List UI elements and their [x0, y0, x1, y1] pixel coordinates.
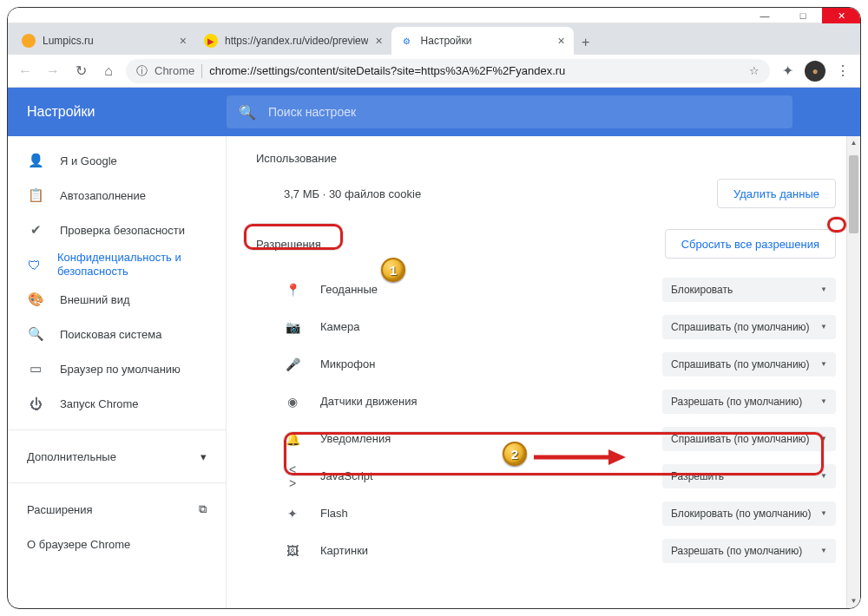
sidebar-item-search-engine[interactable]: 🔍Поисковая система: [8, 317, 226, 351]
permission-value: Блокировать: [671, 284, 733, 296]
permission-select[interactable]: Разрешать (по умолчанию)▼: [662, 539, 836, 563]
settings-sidebar: 👤Я и Google 📋Автозаполнение ✔Проверка бе…: [8, 136, 227, 608]
sidebar-item-label: Поисковая система: [60, 328, 162, 341]
permission-value: Разрешить: [671, 470, 724, 482]
scrollbar-thumb[interactable]: [849, 155, 858, 233]
address-bar: ← → ↻ ⌂ ⓘ Chrome chrome://settings/conte…: [8, 55, 860, 88]
chevron-down-icon: ▾: [201, 450, 207, 463]
favicon-icon: ▶: [204, 34, 218, 48]
settings-search-input[interactable]: [268, 105, 780, 119]
close-icon[interactable]: ×: [557, 34, 564, 48]
permission-row: 📷КамераСпрашивать (по умолчанию)▼: [256, 308, 836, 345]
kebab-menu-icon[interactable]: ⋮: [832, 62, 853, 79]
permission-select[interactable]: Спрашивать (по умолчанию)▼: [662, 352, 836, 377]
permission-icon: 📍: [284, 283, 301, 297]
permission-select[interactable]: Блокировать (по умолчанию)▼: [662, 501, 836, 526]
permission-select[interactable]: Спрашивать (по умолчанию)▼: [662, 315, 836, 339]
sidebar-item-extensions[interactable]: Расширения⧉: [8, 492, 226, 527]
window-maximize-button[interactable]: □: [784, 8, 822, 23]
divider: [8, 482, 226, 483]
sidebar-item-appearance[interactable]: 🎨Внешний вид: [8, 282, 226, 317]
permission-select[interactable]: Спрашивать (по умолчанию)▼: [662, 427, 836, 451]
permission-label: Камера: [320, 320, 359, 333]
permission-row: 📍ГеоданныеБлокировать▼: [256, 271, 836, 308]
tab-settings[interactable]: ⚙ Настройки ×: [391, 27, 574, 55]
sidebar-item-on-startup[interactable]: ⏻Запуск Chrome: [8, 386, 226, 421]
settings-header: Настройки 🔍: [8, 88, 860, 136]
permission-label: Датчики движения: [320, 395, 417, 408]
permission-icon: 🎤: [284, 357, 301, 371]
extensions-icon[interactable]: ✦: [777, 62, 798, 79]
sidebar-item-advanced[interactable]: Дополнительные▾: [8, 439, 226, 474]
reset-permissions-button[interactable]: Сбросить все разрешения: [665, 229, 836, 259]
palette-icon: 🎨: [27, 292, 44, 307]
sidebar-item-about[interactable]: О браузере Chrome: [8, 527, 226, 561]
site-info-icon[interactable]: ⓘ: [136, 63, 148, 79]
scroll-up-icon[interactable]: ▲: [847, 136, 860, 150]
permission-label: JavaScript: [320, 469, 373, 482]
tab-strip: Lumpics.ru × ▶ https://yandex.ru/video/p…: [8, 23, 860, 55]
bookmark-star-icon[interactable]: ☆: [749, 64, 760, 77]
forward-button[interactable]: →: [43, 63, 63, 79]
profile-avatar[interactable]: ●: [805, 61, 825, 82]
highlight-annotation: [244, 224, 343, 250]
permission-select[interactable]: Разрешать (по умолчанию)▼: [662, 390, 836, 414]
settings-search-box[interactable]: 🔍: [227, 95, 792, 128]
new-tab-button[interactable]: +: [574, 30, 598, 55]
permission-icon: ✦: [284, 507, 301, 521]
sidebar-item-label: Автозаполнение: [60, 189, 146, 202]
permission-select[interactable]: Блокировать▼: [662, 278, 836, 302]
sidebar-item-privacy-security[interactable]: 🛡Конфиденциальность и безопасность: [8, 247, 226, 282]
sidebar-item-label: О браузере Chrome: [27, 538, 130, 551]
sidebar-item-default-browser[interactable]: ▭Браузер по умолчанию: [8, 351, 226, 386]
permission-value: Спрашивать (по умолчанию): [671, 321, 810, 333]
sidebar-item-you-and-google[interactable]: 👤Я и Google: [8, 143, 226, 178]
permission-row: ◉Датчики движенияРазрешать (по умолчанию…: [256, 383, 836, 420]
permission-value: Спрашивать (по умолчанию): [671, 433, 810, 445]
permission-value: Спрашивать (по умолчанию): [671, 358, 810, 370]
highlight-annotation: [827, 217, 846, 233]
permissions-list: 📍ГеоданныеБлокировать▼📷КамераСпрашивать …: [256, 271, 836, 569]
delete-data-button[interactable]: Удалить данные: [717, 179, 836, 208]
tab-yandex-video[interactable]: ▶ https://yandex.ru/video/preview ×: [195, 27, 391, 55]
sidebar-item-safety-check[interactable]: ✔Проверка безопасности: [8, 213, 226, 247]
permission-value: Блокировать (по умолчанию): [671, 508, 812, 520]
permission-label: Картинки: [320, 544, 368, 557]
close-icon[interactable]: ×: [375, 34, 382, 48]
tab-title: Lumpics.ru: [43, 35, 173, 47]
permission-icon: ◉: [284, 395, 301, 409]
permission-icon: < >: [284, 462, 301, 490]
permission-row: ✦FlashБлокировать (по умолчанию)▼: [256, 495, 836, 532]
window-close-button[interactable]: ✕: [822, 8, 860, 23]
sidebar-item-label: Конфиденциальность и безопасность: [57, 251, 226, 278]
tab-lumpics[interactable]: Lumpics.ru ×: [13, 27, 195, 55]
gear-icon: ⚙: [400, 34, 414, 48]
permission-value: Разрешать (по умолчанию): [671, 545, 802, 557]
permission-row: 🖼КартинкиРазрешать (по умолчанию)▼: [256, 532, 836, 569]
chevron-down-icon: ▼: [820, 397, 827, 405]
sidebar-item-label: Браузер по умолчанию: [60, 363, 181, 376]
permission-select[interactable]: Разрешить▼: [662, 464, 836, 488]
external-link-icon: ⧉: [199, 502, 207, 516]
power-icon: ⏻: [27, 396, 44, 411]
shield-icon: 🛡: [27, 258, 42, 272]
favicon-icon: [22, 34, 36, 48]
window-minimize-button[interactable]: —: [746, 8, 784, 23]
check-shield-icon: ✔: [27, 222, 44, 238]
scroll-down-icon[interactable]: ▼: [847, 594, 860, 608]
chevron-down-icon: ▼: [820, 435, 827, 442]
chevron-down-icon: ▼: [820, 360, 827, 368]
permission-icon: 📷: [284, 320, 301, 334]
close-icon[interactable]: ×: [180, 34, 187, 48]
reload-button[interactable]: ↻: [70, 62, 91, 79]
permission-value: Разрешать (по умолчанию): [671, 396, 802, 408]
vertical-scrollbar[interactable]: ▲ ▼: [846, 136, 860, 608]
omnibox[interactable]: ⓘ Chrome chrome://settings/content/siteD…: [126, 59, 770, 83]
omnibox-url: chrome://settings/content/siteDetails?si…: [209, 64, 565, 77]
annotation-arrow-icon: [532, 447, 628, 468]
chevron-down-icon: ▼: [820, 547, 827, 554]
search-icon: 🔍: [239, 104, 256, 121]
sidebar-item-autofill[interactable]: 📋Автозаполнение: [8, 178, 226, 213]
home-button[interactable]: ⌂: [98, 63, 119, 79]
back-button[interactable]: ←: [15, 63, 36, 79]
